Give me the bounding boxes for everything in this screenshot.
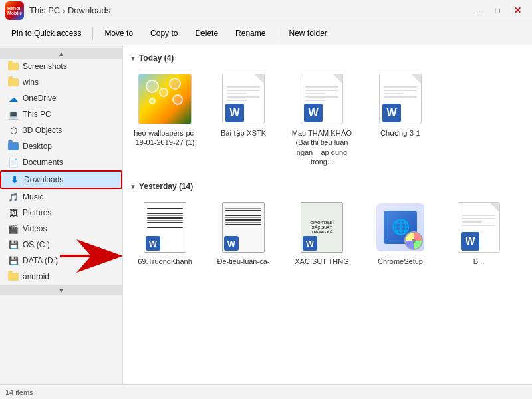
3d-icon: ⬡ (8, 125, 19, 136)
file-name-chromesetup: ChromeSetup (378, 257, 423, 266)
sidebar-item-screenshots[interactable]: Screenshots (0, 59, 122, 74)
window-controls: ─ □ ✕ (468, 3, 527, 18)
rename-button[interactable]: Rename (229, 26, 271, 41)
file-icon-b5: W (452, 201, 505, 254)
file-b5[interactable]: W B... (442, 196, 515, 271)
main-content: ▲ Screenshots wins ☁ OneDrive (0, 45, 532, 384)
breadcrumb[interactable]: This PC › Downloads (29, 5, 463, 15)
file-name-xacsut: XAC SUT THNG (295, 257, 349, 266)
breadcrumb-thispc[interactable]: This PC (29, 5, 60, 15)
file-baitap[interactable]: W Bài-tập-XSTK (207, 68, 280, 171)
toolbar-divider2 (277, 27, 277, 40)
download-arrow-icon: ⬇ (9, 174, 20, 185)
sidebar-scroll-up[interactable]: ▲ (0, 48, 122, 59)
file-xacsut[interactable]: GIÁO TRÌNHXÁC SUẤTTHỐNG KÊ W XAC SUT THN… (285, 196, 358, 271)
scan-doc-icon2: W (222, 202, 265, 253)
cd-icon (404, 231, 423, 250)
computer-icon: 💻 (8, 109, 19, 120)
sidebar-item-thispc[interactable]: 💻 This PC (0, 106, 122, 122)
sidebar-label-downloads: Downloads (24, 175, 63, 184)
drive-c-icon: 💾 (8, 239, 19, 250)
cloud-icon: ☁ (8, 93, 19, 104)
word-badge: W (225, 104, 244, 122)
sidebar-item-desktop[interactable]: Desktop (0, 138, 122, 154)
music-icon: 🎵 (8, 192, 19, 202)
status-bar: 14 items (0, 384, 532, 399)
yesterday-files-grid: W 69.TruongKhanh (128, 196, 527, 279)
file-name-chuong3: Chương-3-1 (380, 128, 420, 138)
file-name-wallpaper: heo-wallpapers-pc-19-01-2019-27 (1) (132, 128, 198, 148)
sidebar-item-documents[interactable]: 📄 Documents (0, 154, 122, 170)
android-folder-icon (8, 271, 19, 282)
breadcrumb-downloads[interactable]: Downloads (68, 5, 110, 15)
file-icon-wallpaper (138, 72, 192, 126)
sidebar-label-desktop: Desktop (23, 142, 52, 151)
sidebar-item-3dobjects[interactable]: ⬡ 3D Objects (0, 122, 122, 138)
image-thumbnail (138, 74, 192, 124)
file-mauthamkhao[interactable]: W Mau THAM KHẢO (Bai thi tieu luan ngan … (285, 68, 358, 171)
folder-yellow-icon2 (8, 77, 19, 88)
file-name-b5: B... (473, 257, 485, 266)
chevron-today[interactable]: ▼ (130, 55, 136, 62)
file-chromesetup[interactable]: 🌐 ChromeSetup (364, 196, 437, 271)
today-files-grid: heo-wallpapers-pc-19-01-2019-27 (1) (128, 68, 527, 179)
new-folder-button[interactable]: New folder (283, 26, 332, 41)
move-to-button[interactable]: Move to (98, 26, 139, 41)
copy-to-button[interactable]: Copy to (144, 26, 184, 41)
file-name-truongkhanh: 69.TruongKhanh (138, 257, 192, 266)
app-logo: HanoiMobile (5, 1, 24, 20)
file-detieu[interactable]: W Đe-tieu-luân-cá- (207, 196, 280, 271)
word-badge-scan: W (146, 236, 160, 251)
book-title: GIÁO TRÌNHXÁC SUẤTTHỐNG KÊ (309, 219, 334, 235)
section-today-header: ▼ Today (4) (128, 51, 527, 68)
word-badge3: W (382, 104, 401, 122)
sidebar-item-pictures[interactable]: 🖼 Pictures (0, 205, 122, 221)
installer-icon: 🌐 (376, 203, 424, 251)
sidebar-item-osc[interactable]: 💾 OS (C:) (0, 237, 122, 253)
sidebar-item-onedrive[interactable]: ☁ OneDrive (0, 90, 122, 106)
sidebar-item-android[interactable]: android (0, 269, 122, 285)
desktop-icon (8, 141, 19, 152)
sidebar-label-datad: DATA (D:) (23, 256, 58, 265)
word-badge2: W (304, 104, 323, 122)
file-name-mauthamkhao: Mau THAM KHẢO (Bai thi tieu luan ngan _ … (289, 128, 355, 166)
maximize-button[interactable]: □ (488, 3, 507, 18)
file-icon-truongkhanh: W (138, 201, 192, 254)
scan-doc-icon: W (144, 202, 186, 253)
word-badge-book: W (303, 236, 317, 251)
sidebar-label-onedrive: OneDrive (23, 94, 57, 103)
pin-button[interactable]: Pin to Quick access (5, 26, 87, 41)
word-doc-icon4: W (458, 202, 500, 253)
sidebar-item-datad[interactable]: 💾 DATA (D:) (0, 253, 122, 269)
toolbar: Pin to Quick access Move to Copy to Dele… (0, 21, 532, 45)
sidebar-item-videos[interactable]: 🎬 Videos (0, 221, 122, 237)
word-doc-icon3: W (379, 74, 422, 124)
file-truongkhanh[interactable]: W 69.TruongKhanh (128, 196, 201, 271)
toolbar-divider1 (92, 27, 93, 40)
word-doc-icon: W (222, 74, 265, 124)
minimize-button[interactable]: ─ (468, 3, 487, 18)
file-icon-baitap: W (217, 72, 270, 126)
word-badge-detieu: W (224, 236, 239, 251)
pictures-icon: 🖼 (8, 207, 19, 218)
chevron-yesterday[interactable]: ▼ (130, 183, 136, 190)
file-explorer-window: HanoiMobile This PC › Downloads ─ □ ✕ Pi… (0, 0, 532, 399)
sidebar-label-3dobjects: 3D Objects (23, 126, 62, 135)
sidebar-scroll-down[interactable]: ▼ (0, 285, 122, 295)
documents-icon: 📄 (8, 157, 19, 168)
sidebar-item-music[interactable]: 🎵 Music (0, 189, 122, 205)
folder-yellow-icon (8, 61, 19, 72)
status-text: 14 items (5, 388, 33, 396)
close-button[interactable]: ✕ (508, 3, 527, 18)
sidebar-label-videos: Videos (23, 224, 47, 233)
sidebar-item-downloads[interactable]: ⬇ Downloads (0, 170, 122, 189)
sidebar-item-wins[interactable]: wins (0, 74, 122, 90)
file-icon-mauthamkhao: W (295, 72, 348, 126)
sidebar: ▲ Screenshots wins ☁ OneDrive (0, 45, 123, 384)
file-wallpaper[interactable]: heo-wallpapers-pc-19-01-2019-27 (1) (128, 68, 201, 171)
delete-button[interactable]: Delete (189, 26, 224, 41)
file-chuong3[interactable]: W Chương-3-1 (364, 68, 437, 171)
titlebar: HanoiMobile This PC › Downloads ─ □ ✕ (0, 0, 532, 21)
file-area: ▼ Today (4) heo-wallpapers (123, 45, 532, 384)
sidebar-label-android: android (23, 272, 49, 281)
